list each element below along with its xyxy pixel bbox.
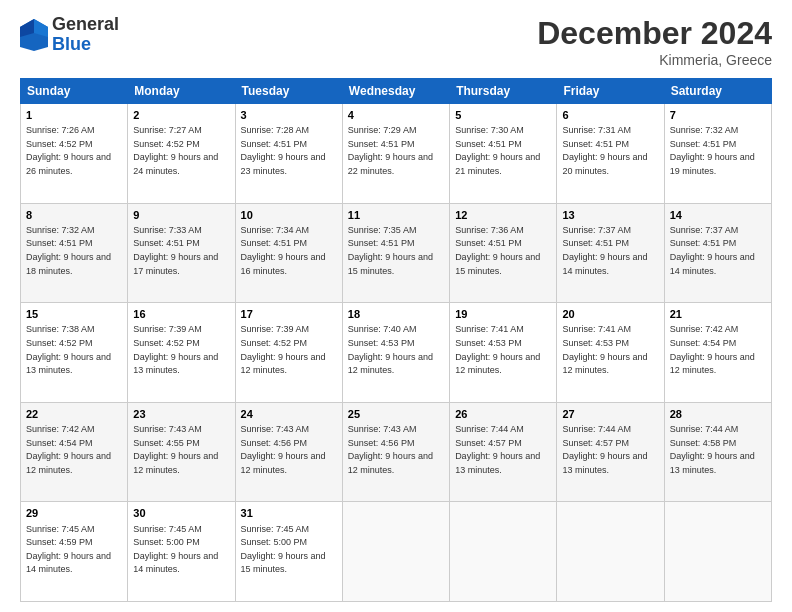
day-info: Sunrise: 7:43 AMSunset: 4:56 PMDaylight:… bbox=[348, 424, 433, 475]
day-info: Sunrise: 7:33 AMSunset: 4:51 PMDaylight:… bbox=[133, 225, 218, 276]
day-info: Sunrise: 7:45 AMSunset: 5:00 PMDaylight:… bbox=[241, 524, 326, 575]
calendar-cell: 25 Sunrise: 7:43 AMSunset: 4:56 PMDaylig… bbox=[342, 402, 449, 502]
day-number: 6 bbox=[562, 108, 658, 122]
calendar-cell: 26 Sunrise: 7:44 AMSunset: 4:57 PMDaylig… bbox=[450, 402, 557, 502]
calendar-cell bbox=[664, 502, 771, 602]
calendar-cell: 14 Sunrise: 7:37 AMSunset: 4:51 PMDaylig… bbox=[664, 203, 771, 303]
calendar-cell: 5 Sunrise: 7:30 AMSunset: 4:51 PMDayligh… bbox=[450, 104, 557, 204]
day-number: 16 bbox=[133, 307, 229, 321]
calendar-cell: 3 Sunrise: 7:28 AMSunset: 4:51 PMDayligh… bbox=[235, 104, 342, 204]
day-info: Sunrise: 7:39 AMSunset: 4:52 PMDaylight:… bbox=[241, 324, 326, 375]
day-number: 30 bbox=[133, 506, 229, 520]
day-number: 21 bbox=[670, 307, 766, 321]
calendar-cell bbox=[450, 502, 557, 602]
calendar-header-row: SundayMondayTuesdayWednesdayThursdayFrid… bbox=[21, 79, 772, 104]
calendar-cell: 17 Sunrise: 7:39 AMSunset: 4:52 PMDaylig… bbox=[235, 303, 342, 403]
calendar-cell: 29 Sunrise: 7:45 AMSunset: 4:59 PMDaylig… bbox=[21, 502, 128, 602]
calendar-cell: 18 Sunrise: 7:40 AMSunset: 4:53 PMDaylig… bbox=[342, 303, 449, 403]
logo-blue: Blue bbox=[52, 35, 119, 55]
calendar-cell: 19 Sunrise: 7:41 AMSunset: 4:53 PMDaylig… bbox=[450, 303, 557, 403]
calendar-week-row: 15 Sunrise: 7:38 AMSunset: 4:52 PMDaylig… bbox=[21, 303, 772, 403]
calendar-cell bbox=[342, 502, 449, 602]
calendar-table: SundayMondayTuesdayWednesdayThursdayFrid… bbox=[20, 78, 772, 602]
day-info: Sunrise: 7:42 AMSunset: 4:54 PMDaylight:… bbox=[670, 324, 755, 375]
day-number: 17 bbox=[241, 307, 337, 321]
calendar-cell: 16 Sunrise: 7:39 AMSunset: 4:52 PMDaylig… bbox=[128, 303, 235, 403]
calendar-day-header: Monday bbox=[128, 79, 235, 104]
day-number: 15 bbox=[26, 307, 122, 321]
day-number: 2 bbox=[133, 108, 229, 122]
day-number: 3 bbox=[241, 108, 337, 122]
calendar-cell: 21 Sunrise: 7:42 AMSunset: 4:54 PMDaylig… bbox=[664, 303, 771, 403]
day-info: Sunrise: 7:34 AMSunset: 4:51 PMDaylight:… bbox=[241, 225, 326, 276]
day-number: 31 bbox=[241, 506, 337, 520]
calendar-cell: 13 Sunrise: 7:37 AMSunset: 4:51 PMDaylig… bbox=[557, 203, 664, 303]
calendar-cell: 2 Sunrise: 7:27 AMSunset: 4:52 PMDayligh… bbox=[128, 104, 235, 204]
day-info: Sunrise: 7:43 AMSunset: 4:55 PMDaylight:… bbox=[133, 424, 218, 475]
day-info: Sunrise: 7:27 AMSunset: 4:52 PMDaylight:… bbox=[133, 125, 218, 176]
day-number: 20 bbox=[562, 307, 658, 321]
calendar-day-header: Thursday bbox=[450, 79, 557, 104]
calendar-cell: 31 Sunrise: 7:45 AMSunset: 5:00 PMDaylig… bbox=[235, 502, 342, 602]
month-title: December 2024 bbox=[537, 15, 772, 52]
calendar-cell: 28 Sunrise: 7:44 AMSunset: 4:58 PMDaylig… bbox=[664, 402, 771, 502]
day-info: Sunrise: 7:43 AMSunset: 4:56 PMDaylight:… bbox=[241, 424, 326, 475]
day-number: 26 bbox=[455, 407, 551, 421]
day-info: Sunrise: 7:30 AMSunset: 4:51 PMDaylight:… bbox=[455, 125, 540, 176]
calendar-cell: 6 Sunrise: 7:31 AMSunset: 4:51 PMDayligh… bbox=[557, 104, 664, 204]
day-number: 13 bbox=[562, 208, 658, 222]
calendar-day-header: Saturday bbox=[664, 79, 771, 104]
calendar-cell: 27 Sunrise: 7:44 AMSunset: 4:57 PMDaylig… bbox=[557, 402, 664, 502]
calendar-week-row: 29 Sunrise: 7:45 AMSunset: 4:59 PMDaylig… bbox=[21, 502, 772, 602]
day-info: Sunrise: 7:26 AMSunset: 4:52 PMDaylight:… bbox=[26, 125, 111, 176]
day-number: 25 bbox=[348, 407, 444, 421]
day-info: Sunrise: 7:45 AMSunset: 5:00 PMDaylight:… bbox=[133, 524, 218, 575]
calendar-week-row: 22 Sunrise: 7:42 AMSunset: 4:54 PMDaylig… bbox=[21, 402, 772, 502]
calendar-cell bbox=[557, 502, 664, 602]
day-info: Sunrise: 7:41 AMSunset: 4:53 PMDaylight:… bbox=[455, 324, 540, 375]
day-number: 11 bbox=[348, 208, 444, 222]
day-number: 19 bbox=[455, 307, 551, 321]
calendar-cell: 23 Sunrise: 7:43 AMSunset: 4:55 PMDaylig… bbox=[128, 402, 235, 502]
day-number: 1 bbox=[26, 108, 122, 122]
day-number: 7 bbox=[670, 108, 766, 122]
logo-text: General Blue bbox=[52, 15, 119, 55]
day-number: 14 bbox=[670, 208, 766, 222]
day-info: Sunrise: 7:36 AMSunset: 4:51 PMDaylight:… bbox=[455, 225, 540, 276]
day-info: Sunrise: 7:39 AMSunset: 4:52 PMDaylight:… bbox=[133, 324, 218, 375]
day-number: 18 bbox=[348, 307, 444, 321]
day-info: Sunrise: 7:45 AMSunset: 4:59 PMDaylight:… bbox=[26, 524, 111, 575]
day-number: 4 bbox=[348, 108, 444, 122]
calendar-cell: 4 Sunrise: 7:29 AMSunset: 4:51 PMDayligh… bbox=[342, 104, 449, 204]
calendar-week-row: 8 Sunrise: 7:32 AMSunset: 4:51 PMDayligh… bbox=[21, 203, 772, 303]
calendar-cell: 20 Sunrise: 7:41 AMSunset: 4:53 PMDaylig… bbox=[557, 303, 664, 403]
calendar-cell: 9 Sunrise: 7:33 AMSunset: 4:51 PMDayligh… bbox=[128, 203, 235, 303]
calendar-day-header: Tuesday bbox=[235, 79, 342, 104]
day-info: Sunrise: 7:35 AMSunset: 4:51 PMDaylight:… bbox=[348, 225, 433, 276]
day-number: 10 bbox=[241, 208, 337, 222]
day-info: Sunrise: 7:41 AMSunset: 4:53 PMDaylight:… bbox=[562, 324, 647, 375]
day-number: 5 bbox=[455, 108, 551, 122]
day-info: Sunrise: 7:32 AMSunset: 4:51 PMDaylight:… bbox=[670, 125, 755, 176]
calendar-cell: 8 Sunrise: 7:32 AMSunset: 4:51 PMDayligh… bbox=[21, 203, 128, 303]
day-number: 9 bbox=[133, 208, 229, 222]
title-area: December 2024 Kimmeria, Greece bbox=[537, 15, 772, 68]
calendar-cell: 7 Sunrise: 7:32 AMSunset: 4:51 PMDayligh… bbox=[664, 104, 771, 204]
day-number: 8 bbox=[26, 208, 122, 222]
day-info: Sunrise: 7:38 AMSunset: 4:52 PMDaylight:… bbox=[26, 324, 111, 375]
header: General Blue December 2024 Kimmeria, Gre… bbox=[20, 15, 772, 68]
logo-icon bbox=[20, 19, 48, 51]
day-number: 23 bbox=[133, 407, 229, 421]
calendar-cell: 1 Sunrise: 7:26 AMSunset: 4:52 PMDayligh… bbox=[21, 104, 128, 204]
day-info: Sunrise: 7:37 AMSunset: 4:51 PMDaylight:… bbox=[562, 225, 647, 276]
day-number: 24 bbox=[241, 407, 337, 421]
calendar-cell: 24 Sunrise: 7:43 AMSunset: 4:56 PMDaylig… bbox=[235, 402, 342, 502]
page: General Blue December 2024 Kimmeria, Gre… bbox=[0, 0, 792, 612]
calendar-week-row: 1 Sunrise: 7:26 AMSunset: 4:52 PMDayligh… bbox=[21, 104, 772, 204]
calendar-cell: 15 Sunrise: 7:38 AMSunset: 4:52 PMDaylig… bbox=[21, 303, 128, 403]
day-info: Sunrise: 7:31 AMSunset: 4:51 PMDaylight:… bbox=[562, 125, 647, 176]
calendar-cell: 10 Sunrise: 7:34 AMSunset: 4:51 PMDaylig… bbox=[235, 203, 342, 303]
day-number: 12 bbox=[455, 208, 551, 222]
day-number: 29 bbox=[26, 506, 122, 520]
day-info: Sunrise: 7:28 AMSunset: 4:51 PMDaylight:… bbox=[241, 125, 326, 176]
